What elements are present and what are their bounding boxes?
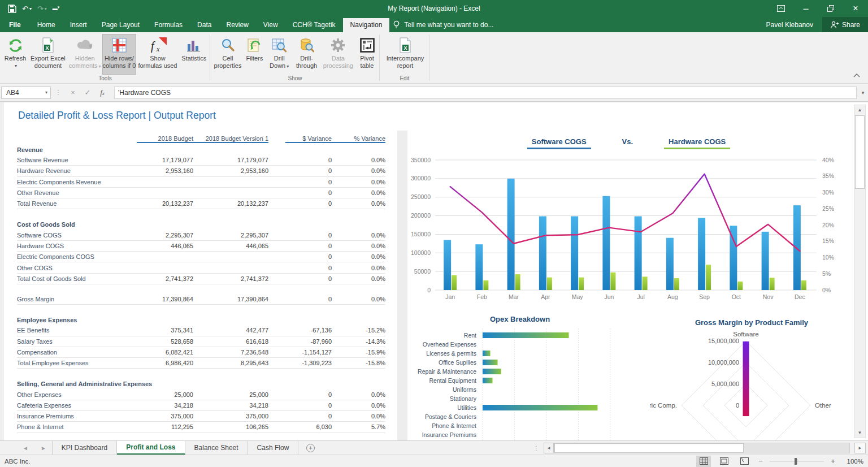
table-row[interactable]: Hardware Revenue2,953,1602,953,16000.0%: [17, 166, 385, 176]
table-row[interactable]: Other Revenue00.0%: [17, 188, 385, 198]
save-icon[interactable]: [8, 5, 16, 13]
undo-button[interactable]: ↶▾: [22, 5, 32, 13]
ribbon-tab-cch-tagetik[interactable]: CCH® Tagetik: [285, 18, 343, 32]
table-row[interactable]: Other Expenses25,00025,00000.0%: [17, 389, 385, 400]
horizontal-scroll-thumb[interactable]: [554, 443, 744, 453]
horizontal-scroll-track[interactable]: [554, 443, 850, 453]
tabbar-resize-handle[interactable]: ⋮: [529, 441, 544, 455]
minimize-button[interactable]: ─: [793, 0, 818, 17]
table-row[interactable]: Cafeteria Expenses34,21834,21800.0%: [17, 400, 385, 411]
redo-dropdown-icon[interactable]: ▾: [45, 6, 47, 11]
cell-value: 0: [268, 167, 332, 174]
close-button[interactable]: ×: [843, 0, 868, 17]
vertical-scrollbar[interactable]: ▲ ▼: [854, 105, 866, 438]
pivot-table-button[interactable]: Pivottable: [355, 34, 379, 75]
table-row[interactable]: Total Employee Expenses6,986,4208,295,64…: [17, 358, 385, 369]
table-row[interactable]: Phone & Internet112,295106,2656,0305.7%: [17, 422, 385, 433]
svg-text:Aug: Aug: [667, 293, 678, 300]
redo-button[interactable]: ↷▾: [37, 5, 47, 13]
name-box[interactable]: AB4 ▾: [1, 87, 51, 99]
scroll-right-icon[interactable]: ►: [854, 443, 866, 453]
cancel-entry-button[interactable]: ×: [66, 88, 80, 97]
table-row[interactable]: Insurance Premiums375,000375,00000.0%: [17, 411, 385, 422]
svg-text:Stationary: Stationary: [450, 395, 477, 402]
tell-me-box[interactable]: Tell me what you want to do...: [389, 20, 499, 32]
sheet-nav-right-icon[interactable]: ►: [41, 445, 46, 451]
ribbon-tab-insert[interactable]: Insert: [63, 18, 94, 32]
formula-input[interactable]: 'Hardware COGS: [114, 87, 857, 99]
user-name[interactable]: Pavel Klebanov: [766, 21, 813, 29]
ribbon-tab-home[interactable]: Home: [30, 18, 63, 32]
cell-value: 17,179,077: [193, 157, 268, 163]
zoom-slider[interactable]: [770, 457, 824, 465]
name-box-dropdown-icon[interactable]: ▾: [45, 90, 47, 95]
ribbon-tab-navigation[interactable]: Navigation: [343, 18, 390, 32]
normal-view-button[interactable]: [696, 456, 711, 467]
ribbon-tab-view[interactable]: View: [256, 18, 285, 32]
vertical-scroll-thumb[interactable]: [855, 115, 865, 189]
export-excel-document-button[interactable]: X Export Exceldocument: [28, 34, 68, 75]
zoom-in-button[interactable]: +: [830, 457, 836, 465]
plus-icon: +: [306, 444, 315, 452]
sheet-left-gutter: [0, 102, 4, 440]
collapse-ribbon-button[interactable]: [853, 70, 860, 80]
ribbon-tab-review[interactable]: Review: [219, 18, 255, 32]
section-header: Revenue: [17, 144, 385, 155]
cell-properties-button[interactable]: Cellproperties: [212, 34, 243, 75]
sheet-tab-kpi-dashboard[interactable]: KPI Dashboard: [52, 441, 117, 455]
zoom-level[interactable]: 100%: [842, 458, 863, 465]
table-row[interactable]: EE Benefits375,341442,477-67,136-15.2%: [17, 325, 385, 336]
cell-value: 8,295,643: [193, 360, 268, 366]
expand-formula-bar-icon[interactable]: ▾: [858, 90, 868, 96]
sheet-tab-profit-and-loss[interactable]: Profit and Loss: [117, 441, 185, 455]
zoom-out-button[interactable]: −: [757, 457, 764, 465]
scroll-down-icon[interactable]: ▼: [854, 428, 865, 438]
customize-qat-icon[interactable]: ▬▾: [53, 6, 60, 11]
button-label: processing: [323, 62, 353, 70]
confirm-entry-button[interactable]: ✓: [80, 88, 95, 97]
table-row[interactable]: Electric Components Revenue00.0%: [17, 177, 385, 188]
sheet-tab-balance-sheet[interactable]: Balance Sheet: [185, 441, 248, 455]
sheet-tab-cash-flow[interactable]: Cash Flow: [248, 441, 299, 455]
ribbon-tab-page-layout[interactable]: Page Layout: [94, 18, 147, 32]
table-row[interactable]: Hardware COGS446,065446,06500.0%: [17, 241, 385, 252]
zoom-slider-thumb[interactable]: [795, 458, 797, 465]
table-row[interactable]: Other COGS00.0%: [17, 262, 385, 273]
table-row[interactable]: Total Cost of Goods Sold2,741,3722,741,3…: [17, 274, 385, 284]
scroll-left-icon[interactable]: ◄: [544, 443, 554, 453]
hide-rows-columns-if-0-button[interactable]: Hide rows/columns if 0: [102, 34, 137, 75]
cell-value: 34,218: [137, 402, 193, 409]
table-row[interactable]: Total Revenue20,132,23720,132,23700.0%: [17, 198, 385, 209]
button-label: table: [360, 62, 374, 70]
undo-dropdown-icon[interactable]: ▾: [29, 6, 32, 11]
statistics-button[interactable]: Statistics: [179, 34, 209, 75]
ribbon-display-options-icon[interactable]: [769, 0, 793, 17]
dropdown-arrow-icon: ▾: [99, 64, 101, 69]
refresh-button[interactable]: Refresh▾: [2, 34, 28, 75]
table-row[interactable]: Gross Margin17,390,86417,390,86400.0%: [17, 294, 385, 305]
ribbon-tab-formulas[interactable]: Formulas: [147, 18, 190, 32]
show-formulas-used-button[interactable]: fx Showformulas used: [136, 34, 179, 75]
table-row[interactable]: Electric Components COGS00.0%: [17, 252, 385, 262]
drill-through-button[interactable]: Drill-through: [292, 34, 320, 75]
page-layout-view-button[interactable]: [717, 456, 731, 467]
intercompany-report-button[interactable]: X Intercompanyreport: [383, 34, 428, 75]
drill-down-button[interactable]: DrillDown▾: [266, 34, 293, 75]
share-button[interactable]: Share: [822, 17, 868, 32]
table-row[interactable]: Compensation6,082,4217,236,548-1,154,127…: [17, 347, 385, 358]
insert-function-button[interactable]: fx: [95, 88, 110, 97]
table-row[interactable]: Salary Taxes528,658616,618-87,960-14.3%: [17, 336, 385, 347]
page-break-view-button[interactable]: [737, 456, 752, 467]
scroll-up-icon[interactable]: ▲: [854, 105, 865, 115]
horizontal-scrollbar[interactable]: ◄ ►: [544, 441, 866, 455]
table-row[interactable]: Software COGS2,295,3072,295,30700.0%: [17, 230, 385, 240]
svg-text:Dec: Dec: [795, 293, 805, 300]
sheet-nav-left-icon[interactable]: ◄: [23, 445, 28, 451]
new-sheet-button[interactable]: +: [298, 441, 323, 455]
ribbon-tab-file[interactable]: File: [0, 18, 30, 32]
cell-value: -15.8%: [332, 360, 385, 366]
filters-button[interactable]: Filters: [243, 34, 266, 75]
ribbon-tab-data[interactable]: Data: [190, 18, 219, 32]
table-row[interactable]: Software Revenue17,179,07717,179,07700.0…: [17, 155, 385, 166]
restore-button[interactable]: [818, 0, 843, 17]
